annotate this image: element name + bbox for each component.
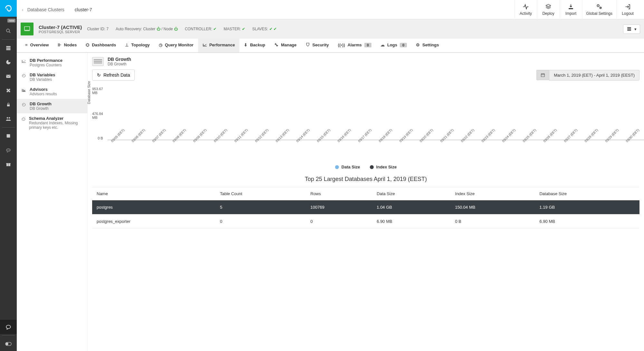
svg-rect-27 (541, 74, 545, 77)
tab-settings[interactable]: ⚙︎Settings (411, 39, 443, 52)
chat-active-icon[interactable] (0, 320, 17, 334)
y-tick: 953.67 MB (92, 87, 103, 95)
svg-point-21 (601, 7, 601, 8)
chart-icon[interactable] (0, 55, 17, 69)
import-button[interactable]: Import (560, 0, 582, 19)
db-stack-icon (92, 57, 104, 66)
mail-icon[interactable] (0, 69, 17, 83)
table-cell: 0 (216, 214, 306, 229)
topology-icon: ⊥ (125, 43, 129, 47)
x-axis: 03/05 (EET)03/06 (EET)03/07 (EET)03/08 (… (108, 141, 644, 161)
table-header-cell: Name (92, 187, 216, 200)
users-icon[interactable] (0, 112, 17, 126)
table-body: postgres51007691.04 GB150.04 MB1.19 GBpo… (92, 200, 639, 229)
tab-security[interactable]: ⛉Security (301, 39, 333, 52)
y-axis-label: Database Size (88, 81, 91, 104)
cluster-subtitle: POSTGRESQL SERVER (39, 30, 82, 34)
gift-icon[interactable] (0, 157, 17, 171)
view-mode-button[interactable]: ▾ (623, 24, 640, 34)
puzzle-icon[interactable] (0, 83, 17, 98)
sidebar-item-db-growth[interactable]: ⏲︎ DB GrowthDB Growth (17, 99, 87, 113)
slaves-status: SLAVES: ✔ ✔ (252, 27, 277, 31)
sidebar-item-advisors[interactable]: 📊︎ AdvisorsAdvisors results (17, 84, 87, 99)
lock-icon[interactable] (0, 98, 17, 112)
activity-button[interactable]: Activity (514, 0, 537, 19)
calendar-button[interactable] (536, 70, 549, 80)
tab-manage[interactable]: 🔧︎Manage (270, 39, 301, 52)
controller-status: CONTROLLER: ✔ (185, 27, 217, 31)
svg-point-0 (6, 29, 9, 32)
gauge-icon: ⏲︎ (21, 73, 26, 78)
svg-rect-5 (6, 75, 10, 78)
tab-nodes[interactable]: ⊪Nodes (53, 39, 81, 52)
table-cell: 150.04 MB (451, 200, 535, 214)
panel-title: DB Growth (108, 57, 131, 62)
tab-query-monitor[interactable]: ◷Query Monitor (154, 39, 198, 52)
table-row[interactable]: postgres_exporter006.90 MB0 B6.90 MB (92, 214, 639, 229)
table-title: Top 25 Largest Databases April 1, 2019 (… (92, 176, 639, 183)
chart-line-icon: 📈︎ (21, 59, 26, 64)
svg-rect-24 (627, 27, 631, 28)
activity-icon (523, 4, 529, 10)
svg-rect-25 (627, 29, 631, 29)
svg-rect-4 (6, 49, 10, 50)
sidebar-item-db-variables[interactable]: ⏲︎ DB VariablesDB Variables (17, 70, 87, 84)
tab-backup[interactable]: ⬇︎Backup (239, 39, 270, 52)
new-badge: new (7, 19, 15, 23)
svg-point-9 (7, 150, 7, 150)
cluster-title: Cluster-7 (ACTIVE) (39, 24, 82, 30)
book-icon[interactable] (0, 129, 17, 143)
search-icon[interactable] (0, 24, 17, 38)
servers-icon[interactable] (0, 41, 17, 55)
chevron-left-icon[interactable]: ‹ (22, 7, 24, 12)
gears-icon (596, 4, 603, 10)
table-header-cell: Table Count (216, 187, 306, 200)
table-cell: 5 (216, 200, 306, 214)
app-logo[interactable] (0, 0, 17, 17)
chat-icon[interactable] (0, 143, 17, 157)
gauge-icon: ⏲︎ (21, 117, 26, 122)
tab-logs[interactable]: ☁︎Logs0 (376, 39, 411, 52)
cluster-header: Cluster-7 (ACTIVE) POSTGRESQL SERVER Clu… (17, 19, 644, 39)
table-header-cell: Rows (306, 187, 372, 200)
table-header-cell: Index Size (451, 187, 535, 200)
logout-button[interactable]: Logout (616, 0, 639, 19)
legend-index-size: Index Size (370, 165, 397, 169)
breadcrumb-root[interactable]: Database Clusters (27, 7, 64, 12)
caret-down-icon: ▾ (634, 27, 637, 32)
cloud-icon: ☁︎ (380, 43, 385, 47)
svg-point-10 (8, 150, 8, 150)
sidebar-item-db-performance[interactable]: 📈︎ DB PerformancePostgres Counters (17, 55, 87, 70)
refresh-button[interactable]: ↻ Refresh Data (92, 70, 135, 81)
svg-rect-17 (569, 8, 573, 9)
tab-alarms[interactable]: ((•))Alarms0 (333, 39, 376, 52)
tab-performance[interactable]: 📈︎Performance (198, 39, 239, 52)
chart-legend: Data Size Index Size (92, 165, 639, 169)
svg-point-16 (6, 343, 8, 345)
tab-overview[interactable]: ≡Overview (21, 39, 53, 52)
sidebar-item-schema-analyzer[interactable]: ⏲︎ Schema AnalyzerRedundant Indexes, Mis… (17, 113, 87, 132)
global-settings-button[interactable]: Global Settings (582, 0, 616, 19)
import-icon (568, 4, 574, 10)
deploy-button[interactable]: Deploy (537, 0, 560, 19)
top-bar: ‹ Database Clusters cluster-7 Activity D… (17, 0, 644, 19)
svg-rect-6 (7, 104, 10, 106)
shield-icon: ⛉ (306, 43, 310, 47)
table-cell: 6.90 MB (535, 214, 639, 229)
table-row[interactable]: postgres51007691.04 GB150.04 MB1.19 GB (92, 200, 639, 214)
logout-icon (625, 4, 631, 10)
svg-point-7 (7, 117, 8, 119)
tab-dashboards[interactable]: ⌬Dashboards (81, 39, 120, 52)
alarms-count-badge: 0 (364, 43, 371, 47)
left-rail: new (0, 0, 17, 351)
legend-data-size: Data Size (335, 165, 360, 169)
panel: DB Growth DB Growth ↻ Refresh Data March… (88, 53, 644, 351)
svg-rect-3 (6, 48, 10, 49)
svg-rect-26 (627, 30, 631, 31)
toggle-icon[interactable] (0, 337, 17, 351)
svg-rect-2 (6, 46, 10, 47)
date-range[interactable]: March 1, 2019 (EET) - April 1, 2019 (EES… (549, 70, 639, 81)
y-axis: Database Size 953.67 MB 476.84 MB 0 B (92, 87, 105, 140)
table-header-cell: Data Size (372, 187, 450, 200)
tab-topology[interactable]: ⊥Topology (120, 39, 154, 52)
